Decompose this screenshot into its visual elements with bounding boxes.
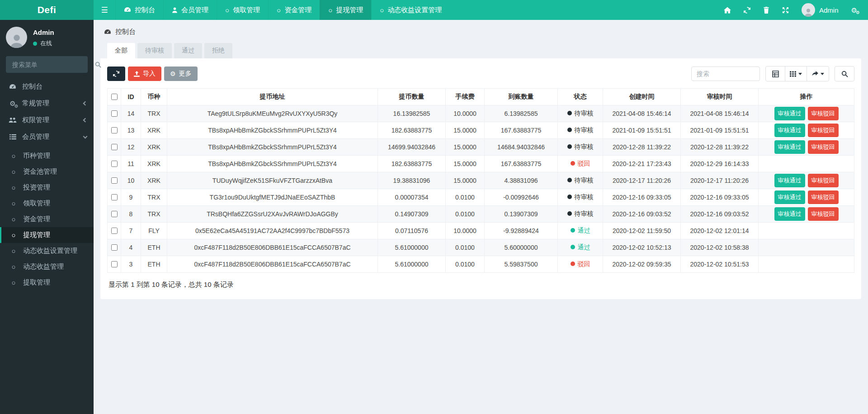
reject-button[interactable]: 审核驳回 bbox=[808, 207, 839, 221]
sidebar-subitem-0[interactable]: ○币种管理 bbox=[0, 148, 94, 164]
row-checkbox[interactable] bbox=[111, 144, 118, 150]
topnav-item-5[interactable]: ○动态收益设置管理 bbox=[371, 0, 450, 20]
pagination-toggle-button[interactable] bbox=[765, 66, 785, 81]
cell-checkbox bbox=[108, 156, 121, 172]
sidebar-subitem-2[interactable]: ○投资管理 bbox=[0, 180, 94, 195]
cell-id: 3 bbox=[121, 256, 141, 273]
row-checkbox[interactable] bbox=[111, 211, 118, 217]
status-label: 待审核 bbox=[575, 210, 594, 217]
status-dot-icon bbox=[567, 111, 572, 115]
sidebar-subitem-7[interactable]: ○动态收益管理 bbox=[0, 259, 94, 275]
topnav-item-1[interactable]: 会员管理 bbox=[163, 0, 217, 20]
sidebar-subitem-1[interactable]: ○资金池管理 bbox=[0, 164, 94, 180]
row-checkbox[interactable] bbox=[111, 161, 118, 167]
approve-button[interactable]: 审核通过 bbox=[774, 124, 805, 137]
row-checkbox[interactable] bbox=[111, 244, 118, 251]
chevron-down-icon bbox=[83, 134, 88, 138]
row-checkbox[interactable] bbox=[111, 110, 118, 117]
row-checkbox[interactable] bbox=[111, 194, 118, 200]
tab-0[interactable]: 全部 bbox=[107, 43, 135, 58]
sidebar-subitem-8[interactable]: ○提取管理 bbox=[0, 275, 94, 290]
cell-id: 10 bbox=[121, 172, 141, 189]
table-search-input[interactable] bbox=[691, 67, 760, 81]
cell-reviewed: 2020-12-02 10:58:38 bbox=[681, 239, 759, 256]
tab-3[interactable]: 拒绝 bbox=[204, 43, 232, 58]
online-dot-icon bbox=[33, 42, 37, 46]
circle-icon: ○ bbox=[11, 200, 15, 207]
cell-received: -9.92889424 bbox=[485, 223, 558, 239]
reject-button[interactable]: 审核驳回 bbox=[808, 174, 839, 187]
more-button[interactable]: ⚙ 更多 bbox=[164, 67, 198, 81]
import-button[interactable]: 导入 bbox=[128, 67, 161, 81]
row-checkbox[interactable] bbox=[111, 177, 118, 184]
cell-status: 通过 bbox=[558, 223, 603, 239]
status-label: 待审核 bbox=[575, 143, 594, 150]
status-tabs: 全部待审核通过拒绝 bbox=[100, 43, 861, 58]
approve-button[interactable]: 审核通过 bbox=[774, 174, 805, 187]
status-label: 驳回 bbox=[578, 160, 590, 167]
breadcrumb-label[interactable]: 控制台 bbox=[115, 28, 136, 36]
sidebar-subitem-4[interactable]: ○资金管理 bbox=[0, 211, 94, 227]
refresh-button[interactable] bbox=[107, 67, 125, 81]
sidebar-subitem-5[interactable]: ○提现管理 bbox=[0, 227, 94, 243]
cell-actions: 审核通过审核驳回 bbox=[759, 105, 854, 122]
sidebar-subitem-label: 投资管理 bbox=[23, 183, 50, 192]
import-label: 导入 bbox=[143, 70, 156, 78]
column-header: 审核时间 bbox=[681, 89, 759, 105]
cell-coin: XRK bbox=[141, 156, 167, 172]
sidebar-subitem-6[interactable]: ○动态收益设置管理 bbox=[0, 243, 94, 259]
row-checkbox[interactable] bbox=[111, 261, 118, 267]
sidebar-subitem-3[interactable]: ○领取管理 bbox=[0, 195, 94, 211]
cell-created: 2021-01-09 15:51:51 bbox=[603, 122, 681, 139]
circle-icon: ○ bbox=[225, 7, 229, 14]
cell-fee: 10.0000 bbox=[446, 223, 485, 239]
cell-created: 2020-12-28 11:39:22 bbox=[603, 139, 681, 156]
topnav-item-3[interactable]: ○资金管理 bbox=[268, 0, 320, 20]
pagination-summary: 显示第 1 到第 10 条记录，总共 10 条记录 bbox=[107, 281, 854, 289]
sidebar-item-0[interactable]: 控制台 bbox=[0, 78, 94, 95]
trash-icon[interactable] bbox=[763, 7, 769, 14]
reject-button[interactable]: 审核驳回 bbox=[808, 140, 839, 154]
gauge-icon bbox=[124, 7, 131, 13]
status-dot-icon bbox=[571, 262, 575, 266]
settings-gears-icon[interactable]: ⚙⚙ bbox=[851, 7, 857, 14]
topnav-item-0[interactable]: 控制台 bbox=[115, 0, 163, 20]
cell-status: 待审核 bbox=[558, 189, 603, 206]
sidebar-item-3[interactable]: 会员管理 bbox=[0, 128, 94, 145]
home-icon[interactable] bbox=[724, 7, 731, 14]
topnav-item-2[interactable]: ○领取管理 bbox=[217, 0, 268, 20]
sidebar-toggle-button[interactable]: ☰ bbox=[94, 0, 115, 20]
status-dot-icon bbox=[567, 178, 572, 182]
cell-created: 2020-12-17 11:20:26 bbox=[603, 172, 681, 189]
approve-button[interactable]: 审核通过 bbox=[774, 140, 805, 154]
select-all-checkbox[interactable] bbox=[111, 94, 118, 100]
expand-icon[interactable] bbox=[782, 7, 789, 14]
export-button[interactable] bbox=[807, 66, 829, 81]
approve-button[interactable]: 审核通过 bbox=[774, 190, 805, 204]
breadcrumb: 控制台 bbox=[94, 20, 868, 43]
sidebar-item-1[interactable]: ⚙⚙常规管理 bbox=[0, 95, 94, 112]
columns-button[interactable] bbox=[785, 66, 807, 81]
status-dot-icon bbox=[567, 211, 572, 216]
chevron-left-icon bbox=[83, 101, 88, 106]
search-button[interactable] bbox=[835, 66, 854, 81]
reject-button[interactable]: 审核驳回 bbox=[808, 190, 839, 204]
tab-2[interactable]: 通过 bbox=[174, 43, 202, 58]
row-checkbox[interactable] bbox=[111, 127, 118, 133]
user-menu[interactable]: Admin bbox=[802, 3, 839, 17]
app-logo[interactable]: Defi bbox=[0, 0, 94, 20]
reject-button[interactable]: 审核驳回 bbox=[808, 107, 839, 120]
table-row: 12XRKTBs8xpAHbBmkZGbckSSrhmmPUPrL5Zt3Y41… bbox=[108, 139, 854, 156]
approve-button[interactable]: 审核通过 bbox=[774, 207, 805, 221]
refresh-icon[interactable] bbox=[744, 7, 750, 14]
sidebar-search-input[interactable] bbox=[11, 61, 95, 69]
tab-1[interactable]: 待审核 bbox=[137, 43, 172, 58]
approve-button[interactable]: 审核通过 bbox=[774, 107, 805, 120]
row-checkbox[interactable] bbox=[111, 228, 118, 234]
cell-amount: 5.61000000 bbox=[378, 256, 446, 273]
reject-button[interactable]: 审核驳回 bbox=[808, 124, 839, 137]
topnav-item-4[interactable]: ○提现管理 bbox=[320, 0, 371, 20]
sidebar-item-2[interactable]: 权限管理 bbox=[0, 112, 94, 128]
column-header: 币种 bbox=[141, 89, 167, 105]
table-row: 3ETH0xcF487F118d2B50E806DBB61E15caFCCA65… bbox=[108, 256, 854, 273]
